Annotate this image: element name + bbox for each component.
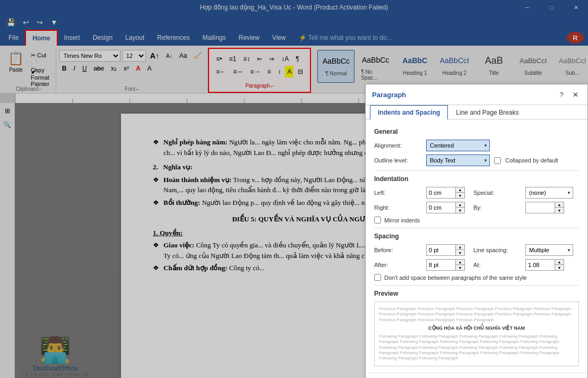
spacing-before-up[interactable]: ▲: [456, 245, 464, 250]
outline-level-select[interactable]: Body Text Level 1 Level 2: [426, 154, 490, 166]
dialog-footer: Tabs... Set As Default OK Cancel: [366, 373, 587, 378]
indent-by-up[interactable]: ▲: [555, 202, 564, 208]
indent-by-spin-buttons: ▲ ▼: [555, 202, 564, 213]
divider-3: [374, 285, 579, 286]
indent-by-row: By: ▲ ▼: [473, 202, 573, 213]
line-spacing-col: Line spacing: Multiple Single 1.5 lines …: [473, 244, 573, 274]
spacing-after-spin-buttons: ▲ ▼: [455, 259, 465, 271]
indent-special-select[interactable]: (none) First line Hanging: [525, 187, 573, 199]
collapsed-label: Collapsed by default: [505, 157, 558, 164]
dont-add-space-row: Don't add space between paragraphs of th…: [374, 274, 579, 281]
line-spacing-select[interactable]: Multiple Single 1.5 lines Double At leas…: [525, 244, 573, 256]
dialog-tabs: Indents and Spacing Line and Page Breaks: [366, 105, 587, 119]
indent-special-col: Special: (none) First line Hanging ▼ By:: [473, 187, 573, 217]
at-spin: ▲ ▼: [525, 259, 564, 271]
spacing-before-row: Before: ▲ ▼: [374, 244, 465, 256]
general-section-title: General: [374, 128, 579, 135]
mirror-indents-checkbox[interactable]: [374, 217, 381, 224]
dialog-title: Paragraph: [372, 91, 406, 99]
spacing-before-down[interactable]: ▼: [456, 250, 464, 255]
indent-right-spin: ▲ ▼: [426, 202, 465, 213]
divider-1: [374, 170, 579, 171]
line-spacing-select-wrapper: Multiple Single 1.5 lines Double At leas…: [525, 244, 573, 256]
line-spacing-label: Line spacing:: [473, 247, 521, 253]
paragraph-dialog: Paragraph ? ✕ Indents and Spacing Line a…: [365, 84, 588, 378]
tab-indents-spacing[interactable]: Indents and Spacing: [370, 105, 448, 119]
preview-area: Previous Paragraph Previous Paragraph Pr…: [374, 302, 579, 366]
at-up[interactable]: ▲: [555, 260, 564, 265]
spacing-after-spin: ▲ ▼: [426, 259, 465, 271]
indentation-title: Indentation: [374, 175, 579, 183]
indent-by-spin: ▲ ▼: [525, 202, 564, 213]
outline-select-wrapper: Body Text Level 1 Level 2 ▼: [426, 154, 490, 166]
dialog-titlebar: Paragraph ? ✕: [366, 84, 587, 105]
dont-add-space-checkbox[interactable]: [374, 274, 381, 281]
outline-level-row: Outline level: Body Text Level 1 Level 2…: [374, 154, 579, 166]
at-down[interactable]: ▼: [555, 265, 564, 270]
spacing-after-row: After: ▲ ▼: [374, 259, 465, 271]
dialog-close-button[interactable]: ✕: [569, 89, 581, 100]
spacing-before-col: Before: ▲ ▼ After:: [374, 244, 465, 274]
dialog-overlay: Paragraph ? ✕ Indents and Spacing Line a…: [0, 0, 588, 378]
at-spin-buttons: ▲ ▼: [555, 259, 564, 271]
at-input[interactable]: [525, 259, 555, 271]
alignment-label: Alignment:: [374, 142, 422, 149]
preview-title: Preview: [374, 290, 579, 297]
at-row: At: ▲ ▼: [473, 259, 573, 271]
spacing-main-row: Before: ▲ ▼ After:: [374, 244, 579, 274]
alignment-select[interactable]: Centered Left Right Justified: [426, 140, 490, 151]
special-select-wrapper: (none) First line Hanging ▼: [525, 187, 573, 199]
alignment-select-wrapper: Centered Left Right Justified ▼: [426, 140, 490, 151]
indent-right-spin-buttons: ▲ ▼: [455, 202, 465, 213]
indent-special-label: Special:: [473, 190, 521, 196]
spacing-before-label: Before:: [374, 247, 422, 253]
indent-left-up[interactable]: ▲: [456, 187, 464, 193]
divider-2: [374, 228, 579, 228]
indent-right-down[interactable]: ▼: [456, 208, 464, 213]
preview-follow-text: Following Paragraph Following Paragraph …: [379, 334, 574, 362]
indentation-main-row: Left: ▲ ▼ Right:: [374, 187, 579, 217]
spacing-after-up[interactable]: ▲: [456, 260, 464, 265]
spacing-before-spin-buttons: ▲ ▼: [455, 244, 465, 256]
dialog-body: General Alignment: Centered Left Right J…: [366, 119, 587, 373]
dialog-help-button[interactable]: ?: [556, 89, 567, 100]
spacing-before-spin: ▲ ▼: [426, 244, 465, 256]
preview-prev-text: Previous Paragraph Previous Paragraph Pr…: [379, 306, 574, 323]
at-label: At:: [473, 262, 521, 268]
mirror-indents-label: Mirror indents: [384, 217, 420, 224]
indent-left-input[interactable]: [426, 187, 455, 199]
indent-right-input[interactable]: [426, 202, 455, 213]
dont-add-space-label: Don't add space between paragraphs of th…: [384, 274, 527, 281]
spacing-after-input[interactable]: [426, 259, 455, 271]
indent-by-down[interactable]: ▼: [555, 208, 564, 213]
indent-right-up[interactable]: ▲: [456, 202, 464, 208]
spacing-after-down[interactable]: ▼: [456, 265, 464, 270]
spacing-title: Spacing: [374, 233, 579, 240]
indent-by-label: By:: [473, 204, 521, 211]
indent-left-col: Left: ▲ ▼ Right:: [374, 187, 465, 217]
indent-left-spin: ▲ ▼: [426, 187, 465, 199]
indent-left-spin-buttons: ▲ ▼: [455, 187, 465, 199]
indent-left-row: Left: ▲ ▼: [374, 187, 465, 199]
line-spacing-row: Line spacing: Multiple Single 1.5 lines …: [473, 244, 573, 256]
preview-main-text: CỘNG HÒA XÃ HỘI CHỦ NGHĨA VIỆT NAM: [379, 325, 574, 332]
indent-special-row: Special: (none) First line Hanging ▼: [473, 187, 573, 199]
outline-label: Outline level:: [374, 157, 422, 164]
spacing-before-input[interactable]: [426, 244, 455, 256]
dialog-controls: ? ✕: [556, 89, 581, 100]
spacing-after-label: After:: [374, 262, 422, 268]
indent-left-label: Left:: [374, 190, 422, 196]
indent-by-input[interactable]: [525, 202, 555, 213]
mirror-indents-row: Mirror indents: [374, 217, 579, 224]
indent-right-label: Right:: [374, 204, 422, 211]
indent-left-down[interactable]: ▼: [456, 193, 464, 198]
indent-right-row: Right: ▲ ▼: [374, 202, 465, 213]
collapsed-checkbox[interactable]: [494, 157, 501, 164]
tab-line-page-breaks[interactable]: Line and Page Breaks: [448, 105, 526, 119]
alignment-row: Alignment: Centered Left Right Justified…: [374, 140, 579, 151]
